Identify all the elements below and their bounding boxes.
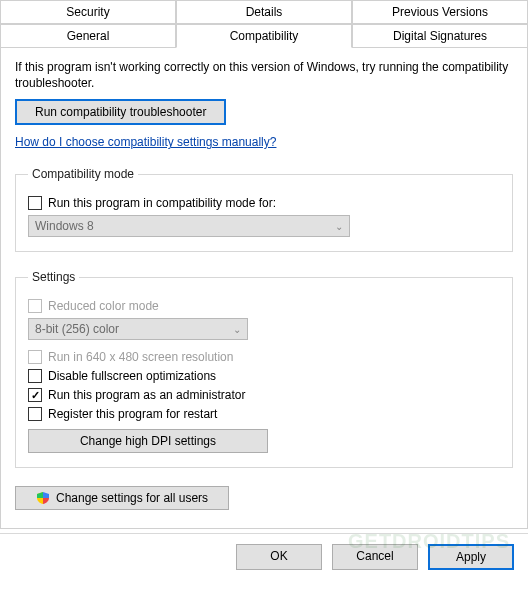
dialog-footer: OK Cancel Apply	[0, 533, 528, 570]
chevron-down-icon: ⌄	[233, 324, 241, 335]
tab-details[interactable]: Details	[176, 0, 352, 24]
compat-mode-label: Run this program in compatibility mode f…	[48, 196, 276, 210]
change-dpi-button[interactable]: Change high DPI settings	[28, 429, 268, 453]
help-link[interactable]: How do I choose compatibility settings m…	[15, 135, 276, 149]
cancel-button[interactable]: Cancel	[332, 544, 418, 570]
reduced-color-label: Reduced color mode	[48, 299, 159, 313]
tab-general[interactable]: General	[0, 24, 176, 48]
color-mode-select: 8-bit (256) color ⌄	[28, 318, 248, 340]
register-restart-label: Register this program for restart	[48, 407, 217, 421]
apply-button[interactable]: Apply	[428, 544, 514, 570]
change-all-users-button[interactable]: Change settings for all users	[15, 486, 229, 510]
tab-digital-signatures[interactable]: Digital Signatures	[352, 24, 528, 48]
tab-strip: Security Details Previous Versions Gener…	[0, 0, 528, 48]
chevron-down-icon: ⌄	[335, 221, 343, 232]
change-all-users-label: Change settings for all users	[56, 491, 208, 505]
ok-button[interactable]: OK	[236, 544, 322, 570]
compatibility-mode-group: Compatibility mode Run this program in c…	[15, 167, 513, 252]
compat-mode-select[interactable]: Windows 8 ⌄	[28, 215, 350, 237]
run-as-admin-label: Run this program as an administrator	[48, 388, 245, 402]
color-mode-select-value: 8-bit (256) color	[35, 322, 119, 336]
run-troubleshooter-button[interactable]: Run compatibility troubleshooter	[15, 99, 226, 125]
tab-previous-versions[interactable]: Previous Versions	[352, 0, 528, 24]
settings-group: Settings Reduced color mode 8-bit (256) …	[15, 270, 513, 468]
tab-security[interactable]: Security	[0, 0, 176, 24]
run-as-admin-checkbox[interactable]	[28, 388, 42, 402]
disable-fullscreen-label: Disable fullscreen optimizations	[48, 369, 216, 383]
settings-legend: Settings	[28, 270, 79, 284]
tab-compatibility[interactable]: Compatibility	[176, 24, 352, 48]
intro-text: If this program isn't working correctly …	[15, 59, 513, 91]
run-640-checkbox	[28, 350, 42, 364]
reduced-color-checkbox	[28, 299, 42, 313]
compat-mode-legend: Compatibility mode	[28, 167, 138, 181]
compat-mode-checkbox[interactable]	[28, 196, 42, 210]
disable-fullscreen-checkbox[interactable]	[28, 369, 42, 383]
compatibility-panel: If this program isn't working correctly …	[0, 47, 528, 529]
shield-icon	[36, 491, 50, 505]
compat-mode-select-value: Windows 8	[35, 219, 94, 233]
register-restart-checkbox[interactable]	[28, 407, 42, 421]
run-640-label: Run in 640 x 480 screen resolution	[48, 350, 233, 364]
